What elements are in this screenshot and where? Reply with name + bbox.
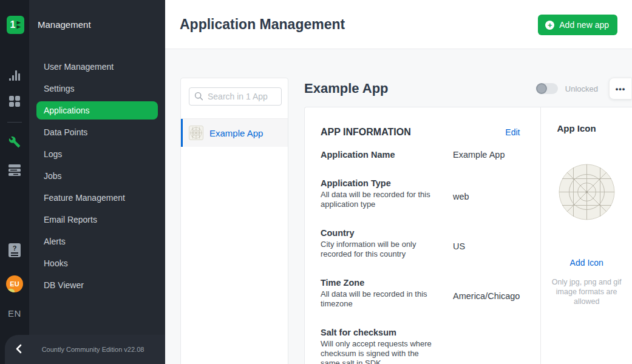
field-value: web: [453, 178, 469, 209]
field-application-name: Application Name Example App: [321, 150, 520, 160]
user-avatar[interactable]: EU: [6, 275, 23, 292]
sidebar-item-db-viewer[interactable]: DB Viewer: [29, 274, 165, 296]
sidebar-item-applications[interactable]: Applications: [36, 101, 158, 120]
app-detail-card: APP INFORMATION Edit Application Name Ex…: [304, 107, 632, 364]
field-time-zone: Time Zone All data will be recorded in t…: [321, 278, 520, 309]
add-icon-link[interactable]: Add Icon: [541, 258, 632, 268]
toggle-knob: [536, 83, 547, 94]
analytics-bar-chart-icon[interactable]: [0, 70, 29, 81]
language-selector[interactable]: EN: [0, 308, 29, 318]
sidebar-item-hooks[interactable]: Hooks: [29, 252, 165, 274]
app-search-area: [181, 78, 288, 119]
lock-toggle[interactable]: [536, 83, 558, 94]
sidebar-item-email-reports[interactable]: Email Reports: [29, 209, 165, 231]
content-area: Example App Example App Unlocked ••• APP…: [165, 49, 632, 364]
app-placeholder-icon: [189, 126, 203, 140]
sidebar: 1 ? EU EN Management User Management: [0, 0, 165, 364]
management-menu: Management User Management Settings Appl…: [29, 0, 165, 364]
sidebar-item-logs[interactable]: Logs: [29, 143, 165, 165]
help-feedback-icon[interactable]: ?: [0, 243, 29, 257]
menu-list: User Management Settings Applications Da…: [29, 56, 165, 296]
logo-marks: [16, 21, 21, 29]
app-icon-title: App Icon: [541, 123, 632, 133]
search-icon: [194, 92, 203, 103]
field-description: City information will be only recorded f…: [321, 240, 435, 259]
add-new-app-label: Add new app: [559, 20, 609, 30]
field-label: Application Name: [321, 150, 453, 160]
field-description: Will only accept requests where checksum…: [321, 339, 435, 364]
page-title: Application Management: [180, 16, 345, 33]
sidebar-item-feature-management[interactable]: Feature Management: [29, 187, 165, 209]
database-server-icon[interactable]: [0, 164, 29, 176]
field-application-type: Application Type All data will be record…: [321, 178, 520, 209]
field-label: Country: [321, 228, 453, 238]
field-value: US: [453, 228, 465, 259]
app-list-item-label: Example App: [209, 128, 263, 138]
lock-status-label: Unlocked: [565, 84, 598, 93]
version-label: Countly Community Edition v22.08: [32, 346, 165, 353]
field-description: All data will be recorded for this appli…: [321, 190, 435, 209]
field-country: Country City information will be only re…: [321, 228, 520, 259]
sidebar-footer: Countly Community Edition v22.08: [5, 335, 165, 364]
icon-format-note: Only jpg, png and gif image formats are …: [547, 277, 626, 306]
field-value: Example App: [453, 150, 505, 160]
app-list-panel: Example App: [180, 78, 288, 364]
field-salt-for-checksum: Salt for checksum Will only accept reque…: [321, 328, 520, 364]
plus-icon: +: [545, 21, 554, 30]
field-label: Salt for checksum: [321, 328, 453, 337]
icon-rail: 1 ? EU EN: [0, 0, 29, 364]
sidebar-item-data-points[interactable]: Data Points: [29, 121, 165, 143]
page-header: Application Management + Add new app: [165, 0, 632, 49]
app-information-section: APP INFORMATION Edit Application Name Ex…: [305, 107, 541, 364]
sidebar-item-alerts[interactable]: Alerts: [29, 231, 165, 252]
logo-digit: 1: [10, 19, 16, 30]
rail-divider: [7, 122, 22, 123]
app-title: Example App: [304, 81, 389, 96]
add-new-app-button[interactable]: + Add new app: [538, 15, 617, 35]
collapse-sidebar-chevron-icon[interactable]: [5, 343, 32, 356]
app-icon-placeholder: [559, 164, 615, 220]
menu-title: Management: [38, 19, 91, 30]
sidebar-item-jobs[interactable]: Jobs: [29, 165, 165, 187]
app-icon-section: App Icon: [541, 107, 632, 364]
section-title: APP INFORMATION: [321, 127, 411, 138]
field-label: Application Type: [321, 178, 453, 188]
field-label: Time Zone: [321, 278, 453, 288]
edit-link[interactable]: Edit: [505, 127, 520, 137]
more-options-button[interactable]: •••: [609, 78, 632, 99]
countly-logo-icon[interactable]: 1: [7, 16, 24, 34]
app-list-item-example-app[interactable]: Example App: [181, 119, 288, 147]
app-detail-header: Example App Unlocked •••: [304, 78, 632, 99]
field-value: America/Chicago: [453, 278, 520, 309]
sidebar-item-settings[interactable]: Settings: [29, 78, 165, 99]
sidebar-item-user-management[interactable]: User Management: [29, 56, 165, 78]
field-description: All data will be recorded in this timezo…: [321, 289, 435, 309]
dashboard-grid-icon[interactable]: [0, 96, 29, 107]
management-wrench-icon[interactable]: [0, 136, 29, 148]
